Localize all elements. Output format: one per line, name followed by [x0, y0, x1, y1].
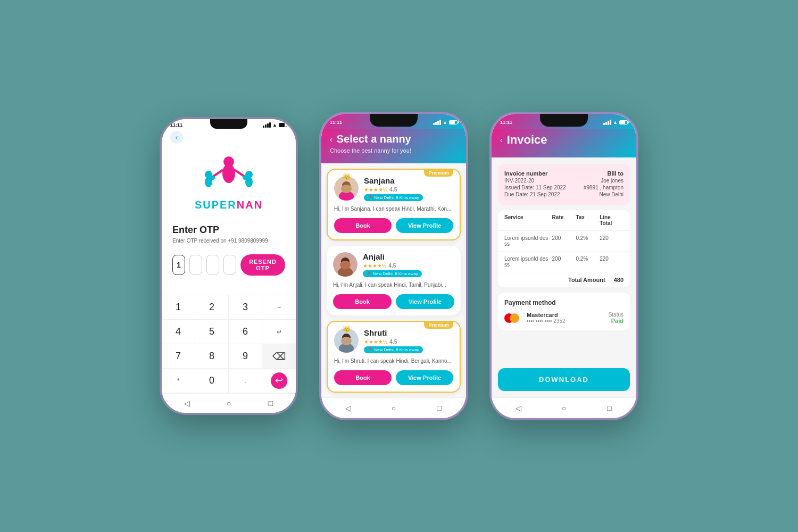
mc-circle-orange [510, 313, 519, 323]
invoice-details-row-3: Due Date: 21 Sep 2022 New Delhi [504, 192, 624, 197]
download-button[interactable]: DOWNLOAD [498, 368, 630, 391]
total-value: 480 [614, 277, 624, 283]
td-rate-2: 200 [552, 256, 576, 268]
phone-nanny: 11:11 ▲ ‹ Select a nanny Choose the best… [319, 112, 468, 420]
th-total: Line Total [600, 214, 624, 226]
svg-point-1 [222, 164, 235, 183]
view-profile-button-anjali[interactable]: View Profile [396, 294, 454, 309]
th-rate: Rate [552, 214, 576, 226]
key-star[interactable]: * [162, 369, 195, 393]
location-row-sanjana: 📍 New Delhi, 8 Kms away [364, 194, 453, 201]
ios-nav-recent[interactable]: □ [433, 402, 445, 414]
th-tax: Tax [576, 214, 600, 226]
inv-number: INV-2022-20 [504, 178, 534, 184]
nanny-back-icon[interactable]: ‹ [330, 135, 332, 144]
location-badge-anjali: 📍 New Delhi, 8 Kms away [363, 270, 422, 277]
nanny-header-sub: Choose the best nanny for you! [330, 147, 458, 154]
location-badge-sanjana: 📍 New Delhi, 8 Kms away [364, 194, 423, 201]
nanny-actions-sanjana: Book View Profile [334, 218, 453, 233]
svg-line-2 [213, 170, 222, 177]
otp-form: Enter OTP Enter OTP received on +91 9809… [162, 214, 296, 295]
key-7[interactable]: 7 [162, 344, 195, 369]
td-service-1: Lorem ipsunfd des ss [504, 235, 552, 247]
key-enter[interactable]: ↩ [271, 372, 288, 389]
nanny-info-sanjana: 👑 Sanjana ★★★★½ 4.5 📍 New Delhi, 8 Kms a… [334, 176, 453, 201]
battery-icon-3 [619, 120, 628, 124]
nanny-card-shruti: Premium 👑 [327, 321, 461, 393]
invoice-number-label: Invoice number [504, 170, 547, 177]
ios-nav-home[interactable]: ○ [388, 402, 400, 414]
nav-recent[interactable]: □ [265, 398, 276, 409]
invoice-details-row-2: Issued Date: 11 Sep 2022 #9891 , hampton [504, 185, 624, 190]
status-icons-1: ▲ [263, 122, 287, 128]
nanny-name-anjali: Anjali [363, 252, 454, 261]
payment-status: Status Paid [609, 312, 624, 324]
view-profile-button-shruti[interactable]: View Profile [396, 370, 453, 385]
notch-ios-3 [540, 114, 588, 127]
bill-to-label: Bill to [607, 170, 624, 177]
key-return[interactable]: ↵ [262, 320, 296, 344]
nanny-info-shruti: 👑 Shruti ★★★★½ 4.5 📍 New Delhi, 8 Kms aw… [334, 328, 453, 353]
book-button-sanjana[interactable]: Book [334, 218, 392, 233]
status-time-3: 11:11 [500, 120, 512, 125]
view-profile-button-sanjana[interactable]: View Profile [396, 218, 453, 233]
location-badge-shruti: 📍 New Delhi, 8 Kms away [364, 346, 423, 353]
otp-box-3[interactable] [206, 255, 219, 275]
key-1[interactable]: 1 [162, 295, 195, 320]
android-nav: ◁ ○ □ [162, 393, 296, 413]
payment-name: Mastercard [527, 312, 603, 318]
nanny-card-sanjana: Premium 👑 [327, 169, 461, 240]
rating-num-shruti: 4.5 [389, 339, 397, 345]
ios-nav-back[interactable]: ◁ [343, 402, 354, 414]
avatar-wrap-shruti: 👑 [334, 328, 359, 353]
invoice-header-row: Invoice number Bill to [504, 170, 624, 177]
ios-nav-back-3[interactable]: ◁ [513, 402, 525, 414]
otp-title: Enter OTP [172, 225, 285, 236]
ios-nav-recent-3[interactable]: □ [603, 402, 615, 414]
back-icon: ‹ [176, 133, 178, 142]
table-row-1: Lorem ipsunfd des ss 200 0.2% 220 [498, 231, 630, 252]
nav-home[interactable]: ○ [223, 398, 234, 409]
nanny-desc-shruti: Hi, I'm Shruti. I can speak Hindi, Benga… [334, 358, 453, 365]
svg-point-21 [341, 337, 352, 345]
key-5[interactable]: 5 [195, 320, 229, 344]
nanny-header: ‹ Select a nanny Choose the best nanny f… [321, 129, 466, 163]
key-2[interactable]: 2 [195, 295, 229, 320]
rating-row-shruti: ★★★★½ 4.5 [364, 339, 453, 345]
key-dot[interactable]: . [229, 369, 262, 393]
nanny-details-sanjana: Sanjana ★★★★½ 4.5 📍 New Delhi, 8 Kms awa… [364, 176, 453, 201]
stars-sanjana: ★★★★½ [364, 187, 387, 193]
nanny-name-sanjana: Sanjana [364, 176, 453, 185]
book-button-shruti[interactable]: Book [334, 370, 392, 385]
key-4[interactable]: 4 [162, 320, 195, 344]
key-minus[interactable]: − [262, 295, 296, 320]
invoice-back-icon[interactable]: ‹ [500, 136, 503, 144]
signal-icon [263, 122, 271, 128]
ios-nav-home-3[interactable]: ○ [558, 402, 570, 414]
key-3[interactable]: 3 [229, 295, 262, 320]
back-button[interactable]: ‹ [170, 131, 183, 144]
nanny-desc-anjali: Hi, I'm Anjali. I can speak Hindi, Tamil… [333, 281, 454, 289]
signal-icon-2 [433, 120, 441, 125]
phone-invoice: 11:11 ▲ ‹ Invoice Invoice number Bill to [489, 112, 638, 420]
otp-box-2[interactable] [189, 255, 202, 275]
battery-icon-2 [449, 120, 458, 124]
key-delete[interactable]: ⌫ [262, 344, 296, 369]
nanny-card-anjali: Anjali ★★★★½ 4.5 📍 New Delhi, 8 Kms away… [327, 246, 461, 315]
stars-shruti: ★★★★½ [364, 339, 387, 345]
nav-back[interactable]: ◁ [181, 398, 192, 409]
otp-box-4[interactable] [223, 255, 236, 275]
logo-area: SUPERNAN [162, 146, 296, 214]
svg-point-17 [340, 261, 351, 269]
key-6[interactable]: 6 [229, 320, 262, 344]
otp-box-1[interactable]: 1 [172, 255, 185, 275]
key-8[interactable]: 8 [195, 344, 229, 369]
key-9[interactable]: 9 [229, 344, 262, 369]
book-button-anjali[interactable]: Book [333, 294, 392, 309]
status-icons-2: ▲ [433, 120, 458, 125]
payment-details: Mastercard •••• •••• •••• 2352 [527, 312, 603, 324]
resend-otp-button[interactable]: RESEND OTP [240, 254, 285, 276]
svg-point-8 [211, 176, 215, 180]
td-total-2: 220 [600, 256, 624, 268]
key-0[interactable]: 0 [195, 369, 229, 393]
